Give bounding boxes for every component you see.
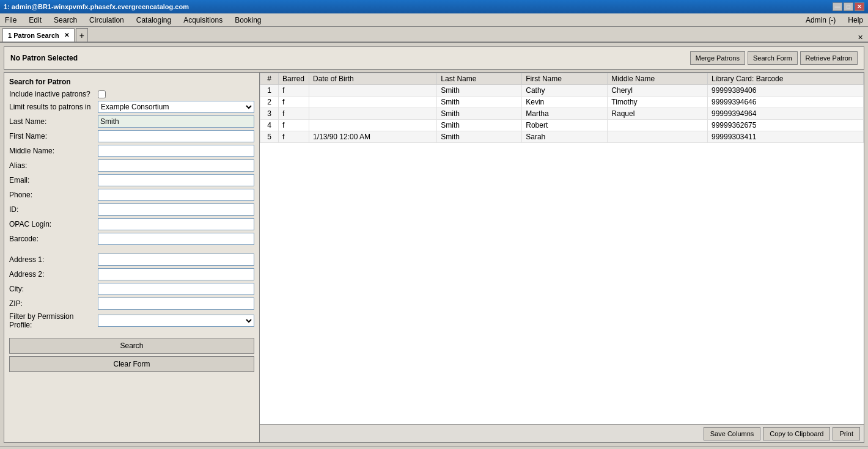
minimize-button[interactable]: — [833, 2, 842, 11]
col-header-barcode: Library Card: Barcode [708, 73, 864, 85]
alias-row: Alias: [9, 159, 254, 172]
city-label: City: [9, 285, 98, 293]
cell-lastname: Smith [437, 85, 522, 97]
tab-patron-search[interactable]: 1 Patron Search ✕ [2, 28, 75, 42]
table-row[interactable]: 2 f Smith Kevin Timothy 99999394646 [260, 97, 864, 108]
tab-add-button[interactable]: + [76, 28, 88, 42]
table-row[interactable]: 4 f Smith Robert 99999362675 [260, 120, 864, 131]
alias-label: Alias: [9, 161, 98, 170]
search-panel: Search for Patron Include inactive patro… [4, 73, 260, 442]
col-header-middlename: Middle Name [608, 73, 708, 85]
tab-bar: 1 Patron Search ✕ + ✕ [0, 27, 868, 43]
id-row: ID: [9, 203, 254, 216]
cell-firstname: Cathy [522, 85, 608, 97]
maximize-button[interactable]: □ [844, 2, 853, 11]
middle-name-row: Middle Name: [9, 145, 254, 157]
filter-row: Filter by Permission Profile: [9, 312, 254, 329]
zip-label: ZIP: [9, 299, 98, 308]
last-name-input[interactable] [98, 115, 254, 128]
table-row[interactable]: 1 f Smith Cathy Cheryl 99999389406 [260, 85, 864, 97]
opac-login-input[interactable] [98, 218, 254, 230]
middle-name-input[interactable] [98, 145, 254, 157]
search-panel-title: Search for Patron [9, 78, 254, 86]
tab-close-icon[interactable]: ✕ [64, 32, 69, 38]
cell-dob [309, 108, 437, 120]
close-button[interactable]: ✕ [855, 2, 864, 11]
cell-dob [309, 120, 437, 131]
cell-lastname: Smith [437, 97, 522, 108]
id-label: ID: [9, 205, 98, 214]
address1-row: Address 1: [9, 254, 254, 266]
barcode-input[interactable] [98, 233, 254, 245]
results-tbody: 1 f Smith Cathy Cheryl 99999389406 2 f S… [260, 85, 864, 143]
menu-file[interactable]: File [2, 15, 19, 26]
save-columns-button[interactable]: Save Columns [704, 427, 761, 440]
address1-input[interactable] [98, 254, 254, 266]
menu-cataloging[interactable]: Cataloging [134, 15, 174, 26]
opac-login-label: OPAC Login: [9, 220, 98, 228]
include-inactive-label: Include inactive patrons? [9, 90, 98, 98]
include-inactive-checkbox[interactable] [98, 90, 106, 98]
address2-input[interactable] [98, 268, 254, 280]
last-name-label: Last Name: [9, 117, 98, 126]
filter-select[interactable] [98, 315, 254, 327]
cell-barred: f [279, 131, 309, 143]
id-input[interactable] [98, 203, 254, 216]
cell-barcode: 99999389406 [708, 85, 864, 97]
menu-acquisitions[interactable]: Acquisitions [181, 15, 225, 26]
clear-form-button[interactable]: Clear Form [9, 356, 254, 372]
results-data-table: # Barred Date of Birth Last Name First N… [260, 73, 864, 143]
opac-login-row: OPAC Login: [9, 218, 254, 230]
address2-label: Address 2: [9, 270, 98, 279]
first-name-input[interactable] [98, 130, 254, 142]
patron-status: No Patron Selected [10, 54, 78, 62]
cell-firstname: Sarah [522, 131, 608, 143]
address2-row: Address 2: [9, 268, 254, 280]
alias-input[interactable] [98, 159, 254, 172]
table-row[interactable]: 5 f 1/13/90 12:00 AM Smith Sarah 9999930… [260, 131, 864, 143]
retrieve-patron-button[interactable]: Retrieve Patron [800, 51, 858, 65]
title-bar: 1: admin@BR1-winxpvmfx.phasefx.evergreen… [0, 0, 868, 13]
address1-label: Address 1: [9, 255, 98, 264]
cell-lastname: Smith [437, 108, 522, 120]
zip-input[interactable] [98, 298, 254, 310]
phone-row: Phone: [9, 189, 254, 201]
cell-barcode: 99999394964 [708, 108, 864, 120]
limit-results-select[interactable]: Example ConsortiumBR1BR2BR3 [98, 101, 254, 113]
cell-barred: f [279, 85, 309, 97]
include-inactive-row: Include inactive patrons? [9, 90, 254, 98]
first-name-label: First Name: [9, 132, 98, 141]
cell-num: 5 [260, 131, 279, 143]
status-bar [0, 447, 868, 449]
print-button[interactable]: Print [833, 427, 860, 440]
results-table: # Barred Date of Birth Last Name First N… [260, 73, 864, 424]
cell-barcode: 99999303411 [708, 131, 864, 143]
barcode-label: Barcode: [9, 235, 98, 243]
filter-label: Filter by Permission Profile: [9, 312, 98, 329]
menu-search[interactable]: Search [51, 15, 79, 26]
col-header-barred: Barred [279, 73, 309, 85]
cell-num: 3 [260, 108, 279, 120]
copy-to-clipboard-button[interactable]: Copy to Clipboard [763, 427, 830, 440]
menu-booking[interactable]: Booking [232, 15, 263, 26]
cell-num: 4 [260, 120, 279, 131]
col-header-lastname: Last Name [437, 73, 522, 85]
cell-middlename: Timothy [608, 97, 708, 108]
search-form-button[interactable]: Search Form [748, 51, 798, 65]
last-name-row: Last Name: [9, 115, 254, 128]
barcode-row: Barcode: [9, 233, 254, 245]
cell-lastname: Smith [437, 120, 522, 131]
menu-circulation[interactable]: Circulation [87, 15, 127, 26]
cell-barred: f [279, 108, 309, 120]
search-button[interactable]: Search [9, 338, 254, 354]
phone-input[interactable] [98, 189, 254, 201]
menu-right: Admin (-) Help [803, 15, 866, 26]
city-input[interactable] [98, 283, 254, 295]
email-input[interactable] [98, 174, 254, 186]
menu-admin[interactable]: Admin (-) [803, 15, 838, 26]
window-close-icon[interactable]: ✕ [858, 34, 866, 42]
merge-patrons-button[interactable]: Merge Patrons [690, 51, 745, 65]
menu-edit[interactable]: Edit [26, 15, 44, 26]
menu-help[interactable]: Help [845, 15, 866, 26]
table-row[interactable]: 3 f Smith Martha Raquel 99999394964 [260, 108, 864, 120]
